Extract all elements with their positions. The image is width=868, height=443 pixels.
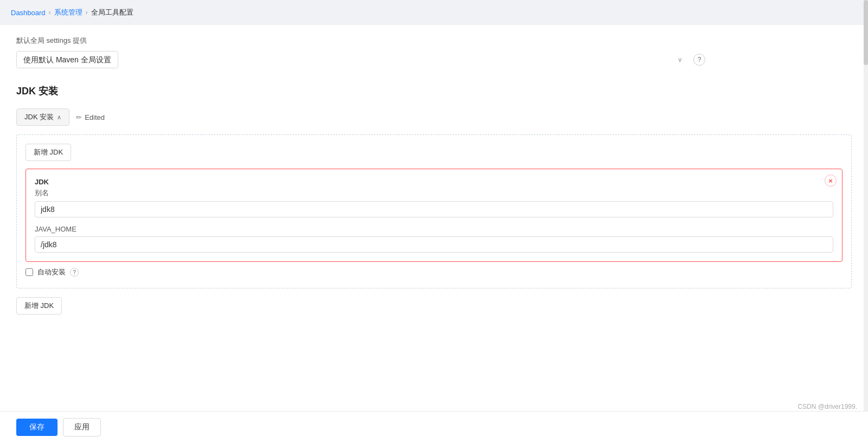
- add-jdk-button-top[interactable]: 新增 JDK: [25, 144, 71, 161]
- jdk-collapse-label: JDK 安装: [24, 112, 54, 122]
- default-settings-label: 默认全局 settings 提供: [16, 36, 852, 46]
- java-home-label: JAVA_HOME: [35, 225, 833, 233]
- breadcrumb: Dashboard › 系统管理 › 全局工具配置: [0, 0, 868, 25]
- auto-install-help-button[interactable]: ?: [70, 268, 79, 277]
- jdk-dashed-container: 新增 JDK × JDK 别名 JAVA_HOME: [16, 134, 852, 288]
- default-settings-section: 默认全局 settings 提供 使用默认 Maven 全局设置 ?: [16, 36, 852, 68]
- auto-install-row: 自动安装 ?: [25, 262, 843, 279]
- scrollbar-thumb[interactable]: [864, 0, 868, 65]
- edit-icon: ✏: [76, 113, 82, 121]
- apply-button[interactable]: 应用: [63, 418, 101, 436]
- alias-input[interactable]: [35, 201, 833, 217]
- auto-install-label: 自动安装: [37, 267, 66, 277]
- java-home-input[interactable]: [35, 236, 833, 253]
- breadcrumb-dashboard[interactable]: Dashboard: [11, 9, 46, 17]
- save-button[interactable]: 保存: [16, 419, 58, 436]
- alias-label: 别名: [35, 188, 833, 198]
- edited-status: ✏ Edited: [76, 113, 105, 121]
- settings-help-button[interactable]: ?: [693, 54, 705, 66]
- scrollbar-track[interactable]: [864, 0, 868, 443]
- page-container: Dashboard › 系统管理 › 全局工具配置 默认全局 settings …: [0, 0, 868, 443]
- jdk-section: JDK 安装 JDK 安装 ∧ ✏ Edited 新增 JDK: [16, 85, 852, 322]
- jdk-entry: × JDK 别名 JAVA_HOME: [25, 169, 843, 262]
- edited-text: Edited: [85, 113, 105, 121]
- breadcrumb-sep-2: ›: [86, 9, 88, 16]
- breadcrumb-global-tools: 全局工具配置: [91, 8, 133, 17]
- chevron-up-icon: ∧: [57, 114, 61, 121]
- add-jdk-button-bottom[interactable]: 新增 JDK: [16, 297, 62, 314]
- jdk-section-header: JDK 安装 ∧ ✏ Edited: [16, 108, 852, 126]
- jdk-section-title: JDK 安装: [16, 85, 852, 98]
- auto-install-checkbox[interactable]: [25, 268, 33, 276]
- footer-bar: 保存 应用: [0, 411, 868, 443]
- maven-settings-dropdown[interactable]: 使用默认 Maven 全局设置: [16, 51, 118, 68]
- jdk-collapse-button[interactable]: JDK 安装 ∧: [16, 108, 69, 126]
- dropdown-wrapper: 使用默认 Maven 全局设置: [16, 51, 689, 68]
- jdk-entry-section-label: JDK: [35, 178, 833, 186]
- dropdown-row: 使用默认 Maven 全局设置 ?: [16, 51, 852, 68]
- main-content: 默认全局 settings 提供 使用默认 Maven 全局设置 ? JDK 安…: [0, 25, 868, 441]
- breadcrumb-sep-1: ›: [49, 9, 51, 16]
- remove-jdk-button[interactable]: ×: [825, 175, 837, 187]
- watermark: CSDN @driver1999.: [797, 403, 857, 410]
- breadcrumb-system-mgmt[interactable]: 系统管理: [54, 8, 82, 17]
